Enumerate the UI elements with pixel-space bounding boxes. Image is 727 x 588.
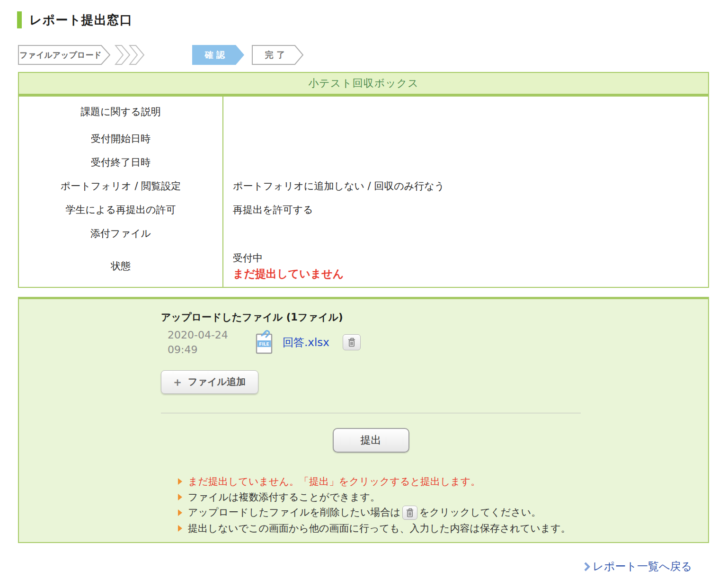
uploaded-files-header: アップロードしたファイル (1ファイル) xyxy=(161,311,582,324)
assignment-details-table: 課題に関する説明受付開始日時受付終了日時ポートフォリオ / 閲覧設定ポートフォリ… xyxy=(18,97,709,288)
row-value xyxy=(223,127,708,151)
note-bullet-arrow-icon xyxy=(178,478,182,485)
assignment-box-title: 小テスト回収ボックス xyxy=(18,72,709,97)
page-title: レポート提出窓口 xyxy=(29,12,133,28)
table-row: 受付開始日時 xyxy=(19,127,708,151)
note-text: アップロードしたファイルを削除したい場合は をクリックしてください。 xyxy=(188,505,541,520)
note-line: 提出しないでこの画面から他の画面に行っても、入力した内容は保存されています。 xyxy=(178,520,582,536)
status-alert-text: まだ提出していません xyxy=(233,266,708,282)
add-file-button[interactable]: ＋ ファイル追加 xyxy=(161,370,258,394)
table-row: 課題に関する説明 xyxy=(19,97,708,127)
note-line: アップロードしたファイルを削除したい場合は をクリックしてください。 xyxy=(178,505,582,520)
file-upload-time: 09:49 xyxy=(168,342,253,357)
table-row: 添付ファイル xyxy=(19,222,708,245)
note-text: ファイルは複数添付することができます。 xyxy=(188,490,380,504)
note-text: 提出しないでこの画面から他の画面に行っても、入力した内容は保存されています。 xyxy=(188,521,571,535)
step-file-upload: ファイルアップロード xyxy=(18,45,111,65)
delete-file-button[interactable] xyxy=(343,334,361,350)
back-link-row: レポート一覧へ戻る xyxy=(0,559,692,574)
note-text: まだ提出していません。「提出」をクリックすると提出します。 xyxy=(188,474,480,489)
row-value: 再提出を許可する xyxy=(223,198,708,222)
row-value xyxy=(223,97,708,127)
file-icon-label: FILE xyxy=(259,342,269,347)
step-complete: 完 了 xyxy=(252,45,304,65)
back-to-report-list-link[interactable]: レポート一覧へ戻る xyxy=(583,559,692,574)
row-value: 受付中まだ提出していません xyxy=(223,245,708,287)
title-accent-bar xyxy=(17,11,22,28)
note-bullet-arrow-icon xyxy=(178,494,182,500)
submission-panel: アップロードしたファイル (1ファイル) 2020-04-24 09:49 FI… xyxy=(18,297,709,543)
table-row: 状態受付中まだ提出していません xyxy=(19,245,708,287)
row-label: 受付終了日時 xyxy=(19,151,223,174)
table-row: 学生による再提出の許可再提出を許可する xyxy=(19,198,708,222)
chevron-right-icon xyxy=(115,45,131,65)
table-row: 受付終了日時 xyxy=(19,151,708,174)
table-row: ポートフォリオ / 閲覧設定ポートフォリオに追加しない / 回収のみ行なう xyxy=(19,174,708,198)
file-attachment-icon: FILE xyxy=(253,330,275,355)
step-confirm-label: 確 認 xyxy=(192,45,244,65)
submit-button[interactable]: 提出 xyxy=(333,428,409,453)
row-value xyxy=(223,222,708,245)
note-bullet-arrow-icon xyxy=(178,525,182,532)
page-title-row: レポート提出窓口 xyxy=(17,11,727,28)
step-indicator: ファイルアップロード 確 認 完 了 xyxy=(18,45,727,65)
note-line: まだ提出していません。「提出」をクリックすると提出します。 xyxy=(178,473,582,489)
submission-notes: まだ提出していません。「提出」をクリックすると提出します。ファイルは複数添付する… xyxy=(178,473,582,536)
trash-icon xyxy=(347,337,356,347)
back-link-label: レポート一覧へ戻る xyxy=(593,559,692,574)
trash-icon xyxy=(405,508,415,518)
chevron-right-icon xyxy=(583,561,591,572)
step-complete-label: 完 了 xyxy=(252,45,304,65)
step-confirm: 確 認 xyxy=(192,45,244,65)
step-separator-chevrons xyxy=(115,45,145,65)
row-label: 課題に関する説明 xyxy=(19,97,223,127)
file-upload-date: 2020-04-24 xyxy=(168,328,253,342)
report-submission-page: レポート提出窓口 ファイルアップロード 確 認 xyxy=(0,0,727,588)
delete-file-button[interactable] xyxy=(402,506,417,520)
uploaded-file-link[interactable]: 回答.xlsx xyxy=(283,335,329,350)
row-value: ポートフォリオに追加しない / 回収のみ行なう xyxy=(223,174,708,198)
plus-icon: ＋ xyxy=(172,377,183,387)
uploaded-file-row: 2020-04-24 09:49 FILE 回答.xlsx xyxy=(161,328,582,357)
note-bullet-arrow-icon xyxy=(178,509,182,516)
note-line: ファイルは複数添付することができます。 xyxy=(178,489,582,505)
panel-divider xyxy=(161,413,581,413)
file-upload-timestamp: 2020-04-24 09:49 xyxy=(161,328,253,357)
row-label: 学生による再提出の許可 xyxy=(19,198,223,222)
row-label: 状態 xyxy=(19,245,223,287)
row-label: 添付ファイル xyxy=(19,222,223,245)
step-file-upload-label: ファイルアップロード xyxy=(18,45,111,65)
row-label: ポートフォリオ / 閲覧設定 xyxy=(19,174,223,198)
chevron-right-icon xyxy=(129,45,145,65)
details-table-body: 課題に関する説明受付開始日時受付終了日時ポートフォリオ / 閲覧設定ポートフォリ… xyxy=(19,97,708,287)
row-label: 受付開始日時 xyxy=(19,127,223,151)
row-value xyxy=(223,151,708,174)
add-file-button-label: ファイル追加 xyxy=(188,375,246,388)
